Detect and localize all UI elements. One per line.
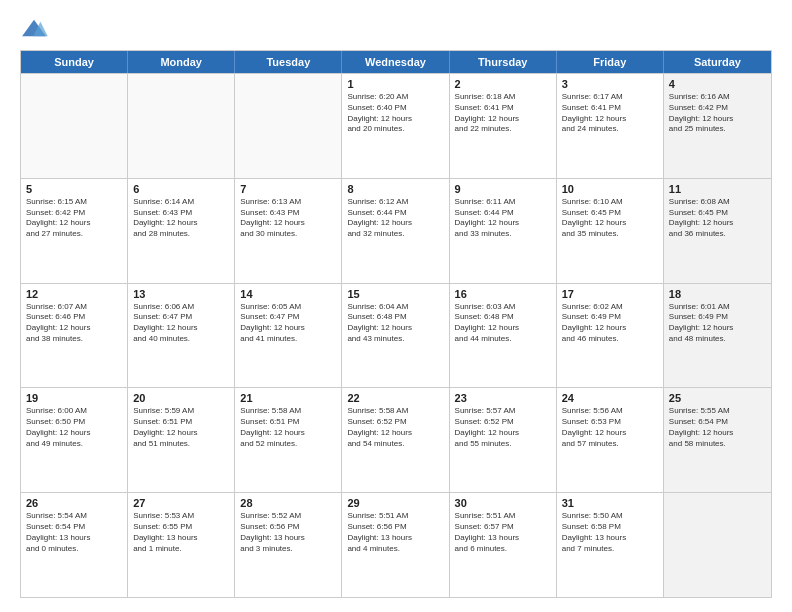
logo-icon <box>20 18 48 40</box>
day-number: 8 <box>347 183 443 195</box>
cal-cell: 2Sunrise: 6:18 AM Sunset: 6:41 PM Daylig… <box>450 74 557 178</box>
cell-info: Sunrise: 6:03 AM Sunset: 6:48 PM Dayligh… <box>455 302 551 345</box>
week-row-1: 1Sunrise: 6:20 AM Sunset: 6:40 PM Daylig… <box>21 73 771 178</box>
day-number: 9 <box>455 183 551 195</box>
cell-info: Sunrise: 5:52 AM Sunset: 6:56 PM Dayligh… <box>240 511 336 554</box>
cal-cell: 18Sunrise: 6:01 AM Sunset: 6:49 PM Dayli… <box>664 284 771 388</box>
cal-cell: 20Sunrise: 5:59 AM Sunset: 6:51 PM Dayli… <box>128 388 235 492</box>
cell-info: Sunrise: 6:18 AM Sunset: 6:41 PM Dayligh… <box>455 92 551 135</box>
cell-info: Sunrise: 6:07 AM Sunset: 6:46 PM Dayligh… <box>26 302 122 345</box>
day-number: 29 <box>347 497 443 509</box>
cell-info: Sunrise: 6:17 AM Sunset: 6:41 PM Dayligh… <box>562 92 658 135</box>
cal-cell: 5Sunrise: 6:15 AM Sunset: 6:42 PM Daylig… <box>21 179 128 283</box>
day-number: 11 <box>669 183 766 195</box>
weekday-header-saturday: Saturday <box>664 51 771 73</box>
cal-cell: 15Sunrise: 6:04 AM Sunset: 6:48 PM Dayli… <box>342 284 449 388</box>
day-number: 24 <box>562 392 658 404</box>
cell-info: Sunrise: 6:16 AM Sunset: 6:42 PM Dayligh… <box>669 92 766 135</box>
cal-cell: 28Sunrise: 5:52 AM Sunset: 6:56 PM Dayli… <box>235 493 342 597</box>
cell-info: Sunrise: 5:51 AM Sunset: 6:56 PM Dayligh… <box>347 511 443 554</box>
cell-info: Sunrise: 6:08 AM Sunset: 6:45 PM Dayligh… <box>669 197 766 240</box>
weekday-header-wednesday: Wednesday <box>342 51 449 73</box>
cal-cell: 29Sunrise: 5:51 AM Sunset: 6:56 PM Dayli… <box>342 493 449 597</box>
day-number: 4 <box>669 78 766 90</box>
weekday-header-friday: Friday <box>557 51 664 73</box>
cell-info: Sunrise: 5:50 AM Sunset: 6:58 PM Dayligh… <box>562 511 658 554</box>
day-number: 22 <box>347 392 443 404</box>
week-row-5: 26Sunrise: 5:54 AM Sunset: 6:54 PM Dayli… <box>21 492 771 597</box>
cell-info: Sunrise: 5:54 AM Sunset: 6:54 PM Dayligh… <box>26 511 122 554</box>
day-number: 10 <box>562 183 658 195</box>
cal-cell: 24Sunrise: 5:56 AM Sunset: 6:53 PM Dayli… <box>557 388 664 492</box>
day-number: 30 <box>455 497 551 509</box>
cal-cell: 3Sunrise: 6:17 AM Sunset: 6:41 PM Daylig… <box>557 74 664 178</box>
weekday-header-thursday: Thursday <box>450 51 557 73</box>
day-number: 26 <box>26 497 122 509</box>
cell-info: Sunrise: 5:57 AM Sunset: 6:52 PM Dayligh… <box>455 406 551 449</box>
cal-cell: 30Sunrise: 5:51 AM Sunset: 6:57 PM Dayli… <box>450 493 557 597</box>
cal-cell: 31Sunrise: 5:50 AM Sunset: 6:58 PM Dayli… <box>557 493 664 597</box>
weekday-header-tuesday: Tuesday <box>235 51 342 73</box>
day-number: 20 <box>133 392 229 404</box>
day-number: 7 <box>240 183 336 195</box>
cell-info: Sunrise: 6:11 AM Sunset: 6:44 PM Dayligh… <box>455 197 551 240</box>
cal-cell: 22Sunrise: 5:58 AM Sunset: 6:52 PM Dayli… <box>342 388 449 492</box>
cal-cell: 4Sunrise: 6:16 AM Sunset: 6:42 PM Daylig… <box>664 74 771 178</box>
cal-cell: 25Sunrise: 5:55 AM Sunset: 6:54 PM Dayli… <box>664 388 771 492</box>
cal-cell: 16Sunrise: 6:03 AM Sunset: 6:48 PM Dayli… <box>450 284 557 388</box>
cal-cell <box>664 493 771 597</box>
cell-info: Sunrise: 5:56 AM Sunset: 6:53 PM Dayligh… <box>562 406 658 449</box>
day-number: 28 <box>240 497 336 509</box>
cal-cell: 14Sunrise: 6:05 AM Sunset: 6:47 PM Dayli… <box>235 284 342 388</box>
cell-info: Sunrise: 6:13 AM Sunset: 6:43 PM Dayligh… <box>240 197 336 240</box>
day-number: 27 <box>133 497 229 509</box>
cal-cell: 23Sunrise: 5:57 AM Sunset: 6:52 PM Dayli… <box>450 388 557 492</box>
calendar: SundayMondayTuesdayWednesdayThursdayFrid… <box>20 50 772 598</box>
cell-info: Sunrise: 5:53 AM Sunset: 6:55 PM Dayligh… <box>133 511 229 554</box>
cell-info: Sunrise: 6:12 AM Sunset: 6:44 PM Dayligh… <box>347 197 443 240</box>
page: SundayMondayTuesdayWednesdayThursdayFrid… <box>0 0 792 612</box>
cell-info: Sunrise: 6:01 AM Sunset: 6:49 PM Dayligh… <box>669 302 766 345</box>
cal-cell <box>235 74 342 178</box>
day-number: 3 <box>562 78 658 90</box>
calendar-body: 1Sunrise: 6:20 AM Sunset: 6:40 PM Daylig… <box>21 73 771 597</box>
cal-cell: 12Sunrise: 6:07 AM Sunset: 6:46 PM Dayli… <box>21 284 128 388</box>
cell-info: Sunrise: 6:20 AM Sunset: 6:40 PM Dayligh… <box>347 92 443 135</box>
day-number: 25 <box>669 392 766 404</box>
week-row-2: 5Sunrise: 6:15 AM Sunset: 6:42 PM Daylig… <box>21 178 771 283</box>
day-number: 2 <box>455 78 551 90</box>
cal-cell: 26Sunrise: 5:54 AM Sunset: 6:54 PM Dayli… <box>21 493 128 597</box>
week-row-4: 19Sunrise: 6:00 AM Sunset: 6:50 PM Dayli… <box>21 387 771 492</box>
weekday-header-monday: Monday <box>128 51 235 73</box>
cal-cell <box>128 74 235 178</box>
cal-cell: 11Sunrise: 6:08 AM Sunset: 6:45 PM Dayli… <box>664 179 771 283</box>
day-number: 5 <box>26 183 122 195</box>
day-number: 21 <box>240 392 336 404</box>
cell-info: Sunrise: 5:51 AM Sunset: 6:57 PM Dayligh… <box>455 511 551 554</box>
day-number: 1 <box>347 78 443 90</box>
week-row-3: 12Sunrise: 6:07 AM Sunset: 6:46 PM Dayli… <box>21 283 771 388</box>
cal-cell: 17Sunrise: 6:02 AM Sunset: 6:49 PM Dayli… <box>557 284 664 388</box>
weekday-header-sunday: Sunday <box>21 51 128 73</box>
cal-cell: 7Sunrise: 6:13 AM Sunset: 6:43 PM Daylig… <box>235 179 342 283</box>
day-number: 6 <box>133 183 229 195</box>
cal-cell: 6Sunrise: 6:14 AM Sunset: 6:43 PM Daylig… <box>128 179 235 283</box>
day-number: 17 <box>562 288 658 300</box>
day-number: 14 <box>240 288 336 300</box>
cal-cell: 10Sunrise: 6:10 AM Sunset: 6:45 PM Dayli… <box>557 179 664 283</box>
cell-info: Sunrise: 6:15 AM Sunset: 6:42 PM Dayligh… <box>26 197 122 240</box>
cal-cell: 8Sunrise: 6:12 AM Sunset: 6:44 PM Daylig… <box>342 179 449 283</box>
cell-info: Sunrise: 6:10 AM Sunset: 6:45 PM Dayligh… <box>562 197 658 240</box>
cal-cell: 9Sunrise: 6:11 AM Sunset: 6:44 PM Daylig… <box>450 179 557 283</box>
cal-cell: 27Sunrise: 5:53 AM Sunset: 6:55 PM Dayli… <box>128 493 235 597</box>
cell-info: Sunrise: 5:59 AM Sunset: 6:51 PM Dayligh… <box>133 406 229 449</box>
day-number: 31 <box>562 497 658 509</box>
cal-cell: 19Sunrise: 6:00 AM Sunset: 6:50 PM Dayli… <box>21 388 128 492</box>
cal-cell <box>21 74 128 178</box>
day-number: 19 <box>26 392 122 404</box>
logo <box>20 18 50 40</box>
cell-info: Sunrise: 5:58 AM Sunset: 6:52 PM Dayligh… <box>347 406 443 449</box>
cell-info: Sunrise: 6:00 AM Sunset: 6:50 PM Dayligh… <box>26 406 122 449</box>
cal-cell: 21Sunrise: 5:58 AM Sunset: 6:51 PM Dayli… <box>235 388 342 492</box>
day-number: 23 <box>455 392 551 404</box>
